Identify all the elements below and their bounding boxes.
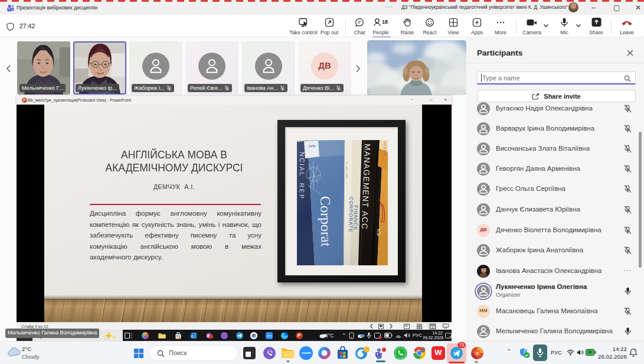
svg-text:18: 18 xyxy=(382,19,388,25)
svg-text:T: T xyxy=(377,353,379,356)
svg-text:O: O xyxy=(191,334,194,338)
svg-text:P: P xyxy=(23,98,26,102)
svg-text:?: ? xyxy=(476,351,479,356)
